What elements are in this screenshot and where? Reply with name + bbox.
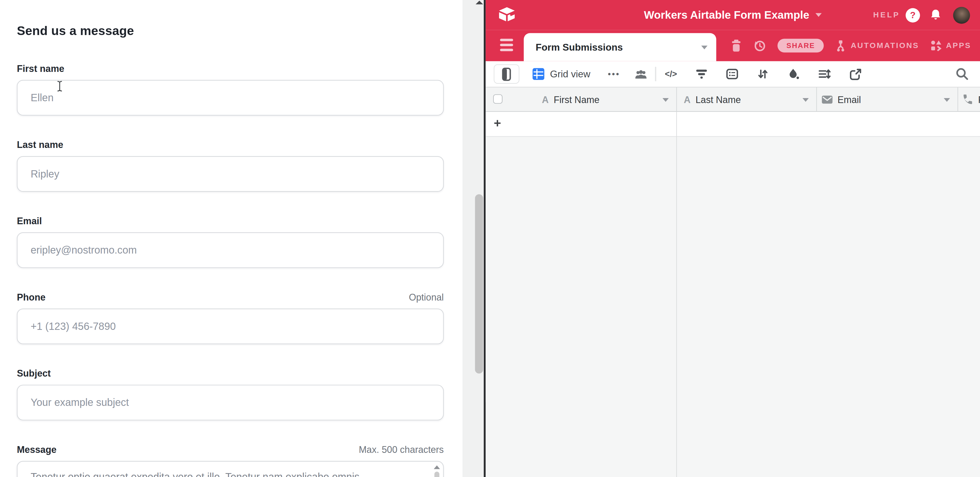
form-title: Send us a message (17, 23, 463, 38)
page-scrollbar-track[interactable] (463, 0, 484, 477)
phone-input[interactable] (17, 309, 444, 344)
column-menu-chevron-icon[interactable] (662, 98, 669, 102)
search-icon[interactable] (956, 68, 969, 81)
base-title: Workers Airtable Form Example (644, 8, 810, 22)
sidebar-toggle-button[interactable] (494, 64, 519, 84)
first-name-group: First name (17, 63, 463, 116)
menu-icon[interactable] (500, 39, 513, 51)
select-all-checkbox[interactable] (493, 94, 503, 103)
last-name-group: Last name (17, 139, 463, 192)
column-header-email[interactable]: Email (822, 87, 861, 111)
panel-icon (502, 67, 511, 81)
message-text: Tenetur optio quaerat expedita vero et i… (31, 471, 362, 477)
subject-group: Subject (17, 368, 463, 420)
grid-view-icon[interactable] (533, 68, 544, 80)
primary-column-divider (676, 112, 677, 477)
last-name-label: Last name (17, 139, 64, 151)
column-header-first-name[interactable]: A First Name (542, 87, 600, 111)
message-textarea[interactable]: Tenetur optio quaerat expedita vero et i… (17, 461, 444, 477)
browser-viewport: Send us a message First name Last name E… (0, 0, 980, 477)
column-menu-chevron-icon[interactable] (802, 98, 809, 102)
airtable-top-bar: Workers Airtable Form Example HELP ? (485, 0, 980, 30)
apps-label: APPS (946, 41, 971, 50)
grid-empty-area (485, 137, 980, 402)
sort-icon[interactable] (757, 68, 769, 80)
email-label: Email (17, 216, 42, 227)
last-name-input[interactable] (17, 156, 444, 192)
automations-label: AUTOMATIONS (851, 41, 919, 50)
apps-button[interactable]: APPS (931, 40, 971, 51)
view-toolbar: Grid view ••• </> (485, 61, 980, 87)
add-record-plus-icon[interactable]: + (494, 116, 501, 130)
table-tab-label: Form Submissions (536, 41, 623, 53)
column-header-phone[interactable]: Phone (963, 87, 980, 111)
trash-icon[interactable] (731, 40, 742, 52)
notifications-bell-icon[interactable] (929, 8, 942, 22)
phone-optional-hint: Optional (409, 292, 444, 303)
column-separator (676, 87, 677, 111)
page-scrollbar-thumb[interactable] (475, 194, 483, 374)
group-icon[interactable] (727, 69, 738, 79)
phone-group: Phone Optional (17, 292, 463, 344)
email-field-icon (822, 95, 832, 103)
apps-icon (931, 40, 942, 51)
automations-button[interactable]: AUTOMATIONS (835, 40, 919, 52)
filter-icon[interactable] (696, 69, 708, 79)
collaborators-icon[interactable] (635, 69, 647, 79)
column-header-last-name[interactable]: A Last Name (684, 87, 741, 111)
active-table-tab[interactable]: Form Submissions (524, 33, 716, 61)
top-bar-actions: HELP ? (873, 0, 970, 30)
base-title-button[interactable]: Workers Airtable Form Example (644, 0, 822, 30)
table-tab-bar: Form Submissions SHARE (485, 30, 980, 61)
first-name-input[interactable] (17, 80, 444, 116)
message-label: Message (17, 444, 57, 455)
subject-input[interactable] (17, 385, 444, 420)
airtable-pane: Workers Airtable Form Example HELP ? For… (484, 0, 980, 477)
subject-label: Subject (17, 368, 51, 379)
text-field-icon: A (684, 94, 690, 105)
view-name[interactable]: Grid view (550, 68, 590, 80)
grid-header-row: A First Name A Last Name Email (485, 87, 980, 112)
text-cursor-icon (56, 81, 63, 92)
chevron-down-icon (815, 13, 822, 17)
more-options-button[interactable]: ••• (608, 69, 620, 79)
column-menu-chevron-icon[interactable] (943, 98, 950, 102)
phone-label: Phone (17, 292, 45, 303)
help-question-icon[interactable]: ? (906, 8, 920, 22)
history-icon[interactable] (753, 39, 767, 52)
first-name-label: First name (17, 63, 64, 74)
airtable-logo-icon[interactable] (498, 7, 515, 22)
email-input[interactable] (17, 232, 444, 268)
automations-icon (835, 40, 846, 52)
email-group: Email (17, 216, 463, 268)
tab-bar-actions: SHARE AUTOMATIONS (731, 30, 971, 61)
textarea-scrollbar[interactable] (433, 465, 441, 477)
scroll-up-arrow-icon[interactable] (434, 465, 440, 469)
toolbar-icons: </> (665, 68, 862, 80)
add-record-row[interactable]: + (485, 112, 980, 137)
chevron-down-icon (702, 45, 708, 49)
message-maxchars-hint: Max. 500 characters (359, 444, 444, 455)
phone-field-icon (963, 94, 973, 104)
column-separator (816, 87, 817, 111)
message-group: Message Max. 500 characters Tenetur opti… (17, 444, 463, 477)
screen: Send us a message First name Last name E… (0, 0, 980, 477)
share-view-icon[interactable] (850, 68, 862, 80)
textarea-scroll-thumb[interactable] (434, 472, 439, 477)
text-field-icon: A (542, 94, 549, 105)
share-button[interactable]: SHARE (778, 39, 824, 52)
row-height-icon[interactable] (818, 68, 831, 80)
column-separator (958, 87, 958, 111)
contact-form-pane: Send us a message First name Last name E… (0, 0, 463, 477)
code-view-button[interactable]: </> (665, 69, 677, 79)
scrollbar-up-arrow-icon[interactable] (476, 0, 483, 4)
toolbar-divider (655, 67, 656, 81)
user-avatar[interactable] (953, 6, 970, 23)
help-button[interactable]: HELP (873, 11, 900, 19)
color-icon[interactable] (788, 68, 800, 80)
